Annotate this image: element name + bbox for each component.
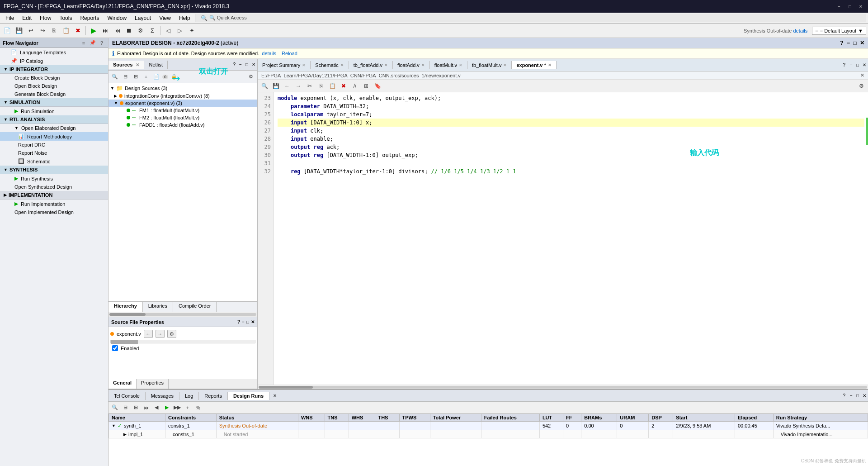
elab-reload-link[interactable]: Reload (282, 51, 297, 56)
nav-item-ip-catalog[interactable]: 📌 IP Catalog (0, 57, 108, 65)
nav-section-rtl-analysis[interactable]: ▼ RTL ANALYSIS (0, 115, 108, 124)
tb-btn-extra3[interactable]: ✦ (186, 25, 197, 36)
sources-help-icon[interactable]: ? (231, 61, 238, 68)
src-file-minimize-icon[interactable]: − (242, 319, 245, 324)
elab-details-link[interactable]: details (262, 51, 276, 56)
code-tab-project-summary[interactable]: Project Summary ✕ (258, 61, 311, 69)
menu-reports[interactable]: Reports (76, 14, 103, 22)
close-panel-icon[interactable]: ✕ (860, 40, 864, 46)
code-content[interactable]: module exponent (x, clk, enable, output_… (274, 92, 868, 385)
code-maximize-icon[interactable]: □ (854, 62, 861, 68)
code-tab-close-floatmult[interactable]: ✕ (459, 63, 462, 67)
src-file-maximize-icon[interactable]: □ (246, 319, 249, 324)
code-delete-button[interactable]: ✖ (339, 81, 349, 90)
copy-button[interactable]: ⎘ (49, 25, 60, 36)
nav-item-report-noise[interactable]: Report Noise (0, 149, 108, 157)
code-editor[interactable]: 23 24 25 26 27 28 29 30 31 32 module exp… (258, 92, 868, 385)
menu-file[interactable]: File (2, 14, 18, 22)
menu-layout[interactable]: Layout (131, 14, 155, 22)
layout-select[interactable]: ≡ ≡ Default Layout ▼ (812, 27, 866, 35)
sources-settings-button[interactable]: ⚙ (246, 72, 255, 81)
code-prev-button[interactable]: ← (282, 81, 292, 90)
sources-minimize-icon[interactable]: − (237, 61, 244, 68)
expand-impl-icon[interactable]: ▶ (123, 432, 127, 437)
tree-fm2[interactable]: FM2 : floatMult (floatMult.v) (108, 114, 257, 121)
code-copy-button[interactable]: ⎘ (316, 81, 326, 90)
step-button[interactable]: ⏭ (100, 25, 111, 36)
code-tab-schematic[interactable]: Schematic ✕ (311, 61, 349, 69)
code-tab-close-tb-floatadd[interactable]: ✕ (384, 63, 388, 67)
code-hscroll[interactable] (258, 385, 868, 389)
nav-section-synthesis[interactable]: ▼ SYNTHESIS (0, 166, 108, 174)
code-path-close-icon[interactable]: ✕ (860, 72, 864, 78)
nav-section-ip-integrator[interactable]: ▼ IP INTEGRATOR (0, 65, 108, 74)
sources-tab-sources[interactable]: Sources ✕ (108, 61, 144, 69)
close-button[interactable]: ✕ (857, 3, 864, 10)
nav-section-implementation[interactable]: ▶ IMPLEMENTATION (0, 191, 108, 200)
menu-window[interactable]: Window (104, 14, 130, 22)
maximize-panel-icon[interactable]: □ (853, 40, 856, 46)
run-button[interactable]: ▶ (88, 25, 99, 36)
code-paste-button[interactable]: 📋 (327, 81, 337, 90)
code-tab-tb-floatadd[interactable]: tb_floatAdd.v ✕ (349, 61, 393, 69)
btm-tab-design-runs[interactable]: Design Runs (228, 392, 269, 400)
code-next-button[interactable]: → (293, 81, 303, 90)
nav-item-schematic[interactable]: 🔲 Schematic (0, 157, 108, 166)
sources-tab-netlist[interactable]: Netlist (144, 61, 168, 69)
code-save-button[interactable]: 💾 (271, 81, 281, 90)
menu-flow[interactable]: Flow (36, 14, 55, 22)
sources-tab-close-icon[interactable]: ✕ (136, 62, 139, 67)
src-file-vscroll[interactable] (110, 340, 255, 343)
expand-synth-icon[interactable]: ▼ (112, 423, 116, 428)
btm-close-icon[interactable]: ✕ (861, 392, 868, 399)
settings-button[interactable]: ⚙ (135, 25, 146, 36)
btm-percent-button[interactable]: % (193, 403, 203, 412)
tb-btn-extra2[interactable]: ▷ (175, 25, 185, 36)
paste-button[interactable]: 📋 (61, 25, 71, 36)
src-file-close-icon[interactable]: ✕ (251, 319, 255, 324)
btm-prev-button[interactable]: ◀ (152, 403, 161, 412)
btm-add-button[interactable]: + (183, 403, 192, 412)
sources-add-button[interactable]: + (142, 72, 151, 81)
sources-search-button[interactable]: 🔍 (110, 72, 119, 81)
code-comment-button[interactable]: // (350, 81, 360, 90)
sfp-tab-properties[interactable]: Properties (137, 379, 169, 389)
code-tab-tb-floatmult[interactable]: tb_floatMult.v ✕ (467, 61, 512, 69)
btm-maximize-icon[interactable]: □ (854, 392, 861, 399)
subtab-libraries[interactable]: Libraries (143, 302, 173, 312)
sfp-tab-general[interactable]: General (108, 379, 137, 389)
flow-nav-collapse-icon[interactable]: ≡ (80, 39, 87, 47)
code-tab-close-exponent[interactable]: ✕ (548, 63, 552, 67)
tree-fm1[interactable]: FM1 : floatMult (floatMult.v) (108, 107, 257, 114)
sources-collapse-all-button[interactable]: ⊟ (121, 72, 130, 81)
code-bookmark-button[interactable]: 🔖 (373, 81, 382, 90)
table-row-synth[interactable]: ▼ ✓ synth_1 constrs_1 Synthesis Out-of-d… (109, 422, 868, 430)
nav-item-run-synthesis[interactable]: ▶ Run Synthesis (0, 174, 108, 183)
sources-file-icon[interactable]: 📄 (152, 72, 161, 81)
code-tab-close-tb-floatmult[interactable]: ✕ (503, 63, 507, 67)
code-tab-close-floatadd[interactable]: ✕ (421, 63, 425, 67)
nav-item-language-templates[interactable]: 📄 Language Templates (0, 48, 108, 57)
code-settings-button[interactable]: ⚙ (856, 81, 866, 90)
btm-collapse-button[interactable]: ⊟ (121, 403, 130, 412)
btm-expand-button[interactable]: ⊞ (131, 403, 140, 412)
sources-close-icon[interactable]: ✕ (250, 61, 257, 68)
btm-forward-button[interactable]: ▶▶ (173, 403, 182, 412)
help-icon[interactable]: ? (840, 40, 843, 46)
btm-tab-close-icon[interactable]: ✕ (271, 392, 278, 399)
stop-button[interactable]: ⏹ (123, 25, 134, 36)
sources-lock-button[interactable]: 🔒 (170, 72, 179, 81)
src-file-help-icon[interactable]: ? (237, 319, 240, 324)
tree-exponent[interactable]: ▼ exponent (exponent.v) (3) (108, 100, 257, 107)
subtab-compile-order[interactable]: Compile Order (173, 302, 217, 312)
btm-first-button[interactable]: ⏮ (142, 403, 151, 412)
tree-design-sources[interactable]: ▼ 📁 Design Sources (3) (108, 84, 257, 92)
menu-tools[interactable]: Tools (56, 14, 75, 22)
src-file-prev-button[interactable]: ← (144, 330, 153, 338)
undo-button[interactable]: ↩ (25, 25, 36, 36)
save-button[interactable]: 💾 (14, 25, 24, 36)
subtab-hierarchy[interactable]: Hierarchy (108, 302, 143, 312)
sigma-button[interactable]: Σ (147, 25, 158, 36)
nav-item-open-elaborated-design[interactable]: ▼ Open Elaborated Design (0, 124, 108, 132)
src-file-next-button[interactable]: → (156, 330, 165, 338)
